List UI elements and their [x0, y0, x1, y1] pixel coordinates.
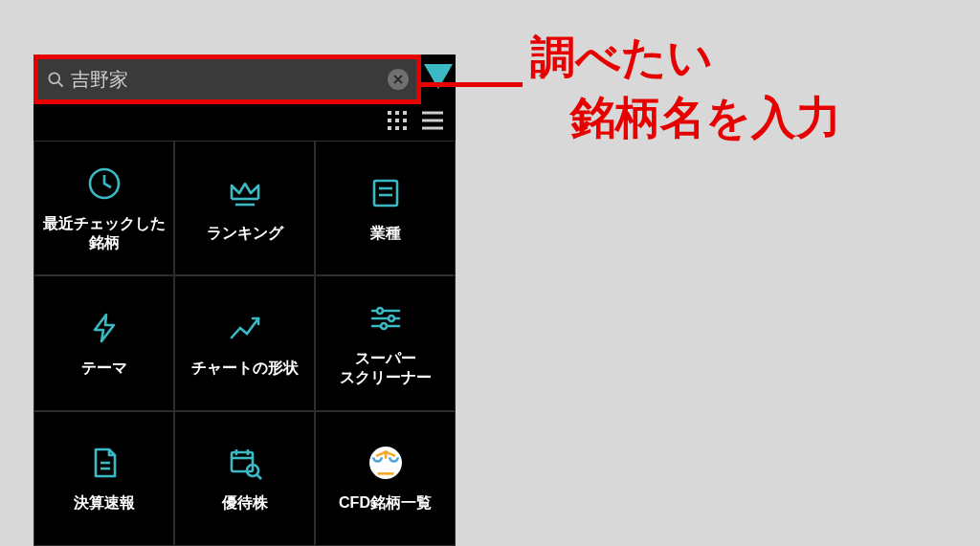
- tile-label: チャートの形状: [191, 359, 299, 378]
- tile-cfd-list[interactable]: CFD銘柄一覧: [315, 411, 456, 546]
- svg-point-0: [49, 73, 59, 83]
- tile-chart-shape[interactable]: チャートの形状: [174, 275, 315, 410]
- svg-point-28: [381, 323, 387, 329]
- tile-theme[interactable]: テーマ: [33, 275, 174, 410]
- clock-icon: [85, 164, 123, 203]
- tile-earnings-flash[interactable]: 決算速報: [33, 411, 174, 546]
- svg-line-1: [58, 82, 63, 87]
- clear-search-button[interactable]: [388, 69, 409, 90]
- svg-point-26: [389, 316, 394, 321]
- svg-line-36: [256, 475, 261, 480]
- crown-icon: [226, 174, 264, 212]
- bolt-icon: [85, 309, 123, 347]
- svg-rect-31: [232, 452, 253, 471]
- tile-label: スーパー スクリーナー: [340, 349, 432, 387]
- tile-ranking[interactable]: ランキング: [174, 141, 315, 275]
- svg-point-24: [377, 308, 383, 314]
- close-icon: [393, 75, 403, 84]
- tile-industry[interactable]: 業種: [315, 141, 456, 275]
- annotation-line1: 調べたい: [530, 32, 713, 82]
- svg-rect-10: [388, 126, 391, 130]
- svg-rect-12: [403, 126, 407, 130]
- tile-super-screener[interactable]: スーパー スクリーナー: [315, 275, 456, 410]
- svg-rect-8: [395, 119, 399, 122]
- sliders-icon: [367, 299, 405, 338]
- tile-shareholder-benefit[interactable]: 優待株: [174, 411, 315, 546]
- tile-label: ランキング: [207, 224, 283, 243]
- annotation-text: 調べたい 銘柄名を入力: [530, 27, 980, 148]
- menu-grid: 最近チェックした 銘柄 ランキング 業種 テーマ: [33, 141, 456, 546]
- svg-rect-4: [388, 111, 391, 115]
- tile-recent-stocks[interactable]: 最近チェックした 銘柄: [33, 141, 174, 275]
- annotation-connector: [421, 82, 523, 87]
- search-input[interactable]: 吉野家: [71, 70, 388, 89]
- svg-rect-5: [395, 111, 399, 115]
- cfd-badge-icon: [367, 444, 405, 482]
- tile-label: 業種: [370, 224, 401, 243]
- tile-label: 決算速報: [74, 493, 135, 513]
- tile-label: テーマ: [81, 359, 127, 378]
- grid-view-icon[interactable]: [387, 110, 408, 135]
- calendar-search-icon: [226, 444, 264, 482]
- view-toolbar: [33, 104, 456, 141]
- svg-rect-6: [403, 111, 407, 115]
- report-icon: [85, 444, 123, 482]
- annotation-line2: 銘柄名を入力: [530, 87, 980, 147]
- search-bar[interactable]: 吉野家: [33, 55, 421, 104]
- trend-icon: [226, 309, 264, 347]
- dropdown-trigger[interactable]: [421, 64, 456, 93]
- tile-label: 優待株: [222, 493, 268, 513]
- search-icon: [46, 70, 65, 89]
- svg-rect-9: [403, 119, 407, 122]
- tile-label: 最近チェックした 銘柄: [43, 214, 166, 252]
- tile-label: CFD銘柄一覧: [339, 493, 432, 513]
- list-icon: [367, 174, 405, 212]
- svg-marker-22: [95, 315, 114, 341]
- svg-rect-7: [388, 119, 391, 122]
- svg-rect-19: [374, 181, 397, 206]
- menu-icon[interactable]: [421, 110, 444, 135]
- svg-rect-11: [395, 126, 399, 130]
